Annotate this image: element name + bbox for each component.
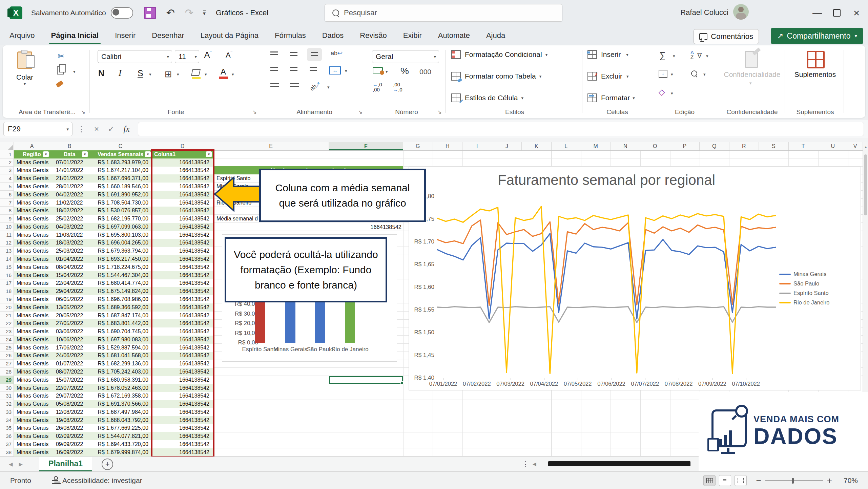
add-sheet-button[interactable]: + (102, 459, 113, 470)
sensitivity-button[interactable]: Confidencialidade (720, 70, 784, 79)
row-header-10[interactable]: 10 (0, 223, 14, 231)
cell[interactable]: 26/08/2022 (50, 424, 89, 432)
cell[interactable]: Minas Gerais (14, 158, 50, 167)
tab-revisão[interactable]: Revisão (353, 28, 393, 43)
row-header-37[interactable]: 37 (0, 440, 14, 448)
minimize-button[interactable]: — (810, 6, 824, 20)
shrink-font-button[interactable]: Aˇ (226, 51, 232, 60)
align-middle-icon[interactable] (290, 52, 297, 56)
cell[interactable]: 05/08/2022 (50, 400, 89, 408)
bar-são-paulo[interactable] (315, 299, 325, 343)
column-header-F[interactable]: F (329, 142, 403, 150)
row-header-34[interactable]: 34 (0, 416, 14, 424)
cell[interactable]: 27/05/2022 (50, 319, 89, 327)
save-icon[interactable] (144, 7, 156, 19)
row-header-17[interactable]: 17 (0, 279, 14, 288)
cell[interactable]: 15/04/2022 (50, 271, 89, 279)
undo-icon[interactable]: ↶ (166, 8, 175, 18)
legend-item-espírito-santo[interactable]: Espírito Santo (779, 290, 829, 296)
cell[interactable]: 11/02/2022 (50, 199, 89, 207)
confirm-entry-icon[interactable]: ✓ (108, 124, 115, 134)
view-normal-button[interactable] (703, 475, 716, 486)
cell[interactable]: Minas Gerais (14, 191, 50, 199)
cell[interactable]: Minas Gerais (14, 312, 50, 320)
horizontal-scroll-thumb[interactable] (548, 461, 690, 466)
cell[interactable]: R$ 1.694.433.720,00 (89, 440, 152, 448)
thousands-button[interactable]: 000 (419, 68, 431, 76)
row-header-12[interactable]: 12 (0, 239, 14, 247)
select-all-corner[interactable] (0, 142, 14, 150)
merge-chevron-icon[interactable]: ▾ (345, 68, 347, 73)
column-header-U[interactable]: U (818, 142, 848, 150)
cell[interactable]: Minas Gerais (14, 416, 50, 424)
cell-styles-button[interactable]: Estilos de Célula ▾ (451, 93, 523, 102)
row-header-5[interactable]: 5 (0, 183, 14, 191)
column-header-N[interactable]: N (611, 142, 641, 150)
cell[interactable]: 06/05/2022 (50, 295, 89, 303)
underline-chevron-icon[interactable]: ▾ (149, 72, 151, 77)
cell[interactable]: Minas Gerais (14, 327, 50, 336)
cell[interactable]: R$ 1.677.669.225,00 (89, 424, 152, 432)
cell[interactable]: 14/01/2022 (50, 167, 89, 175)
name-box[interactable]: F29 ▾ (3, 122, 73, 136)
cell[interactable]: 08/04/2022 (50, 263, 89, 271)
cell[interactable]: 24/06/2022 (50, 352, 89, 360)
fill-color-button[interactable] (192, 69, 201, 79)
cell[interactable]: Minas Gerais (14, 384, 50, 392)
cell[interactable]: R$ 1.674.217.104,00 (89, 167, 152, 175)
formula-input[interactable] (138, 122, 864, 136)
cell[interactable]: Minas Gerais (14, 360, 50, 368)
align-top-icon[interactable] (270, 51, 278, 56)
filter-icon[interactable]: ▾ (82, 151, 88, 157)
addins-icon[interactable] (807, 51, 825, 68)
cell[interactable]: 20/05/2022 (50, 312, 89, 320)
cell[interactable]: Minas Gerais (14, 231, 50, 239)
cell[interactable]: R$ 1.529.887.594,00 (89, 344, 152, 352)
row-header-33[interactable]: 33 (0, 408, 14, 416)
cell[interactable]: R$ 1.680.414.774,00 (89, 279, 152, 288)
cell[interactable]: R$ 1.695.800.103,00 (89, 231, 152, 239)
cell[interactable]: Minas Gerais (14, 174, 50, 183)
cell[interactable]: R$ 1.689.366.592,00 (89, 303, 152, 312)
cell[interactable]: R$ 1.687.847.174,00 (89, 312, 152, 320)
column-header-E[interactable]: E (213, 142, 329, 150)
cell[interactable]: R$ 1.675.149.824,00 (89, 287, 152, 295)
zoom-level[interactable]: 70% (844, 476, 858, 485)
cell[interactable]: Minas Gerais (14, 303, 50, 312)
fill-down-icon[interactable]: ↓ (659, 70, 667, 78)
addins-button[interactable]: Suplementos (788, 70, 842, 79)
row-header-16[interactable]: 16 (0, 271, 14, 279)
cell[interactable]: 29/04/2022 (50, 287, 89, 295)
clear-icon[interactable]: ◇ (659, 88, 665, 96)
cell[interactable]: R$ 1.660.189.546,00 (89, 183, 152, 191)
cell[interactable]: 15/07/2022 (50, 376, 89, 384)
cell[interactable]: Minas Gerais (14, 440, 50, 448)
cell[interactable]: Minas Gerais (14, 392, 50, 400)
cell[interactable]: Minas Gerais (14, 408, 50, 416)
row-header-13[interactable]: 13 (0, 247, 14, 255)
cell[interactable]: R$ 1.679.999.874,00 (89, 448, 152, 456)
view-page-break-button[interactable] (735, 475, 747, 486)
row-header-2[interactable]: 2 (0, 158, 14, 167)
cell[interactable]: 09/09/2022 (50, 440, 89, 448)
column-header-C[interactable]: C (89, 142, 152, 150)
cell[interactable]: R$ 1.678.052.463,00 (89, 384, 152, 392)
view-page-layout-button[interactable] (719, 475, 731, 486)
percent-button[interactable]: % (400, 66, 409, 77)
bar-minas-gerais[interactable] (285, 299, 295, 343)
cell[interactable]: 28/01/2022 (50, 183, 89, 191)
column-header-K[interactable]: K (522, 142, 552, 150)
row-header-14[interactable]: 14 (0, 255, 14, 263)
currency-icon[interactable] (373, 67, 383, 73)
align-bottom-selected[interactable] (307, 48, 322, 61)
cell[interactable]: Minas Gerais (14, 287, 50, 295)
cell[interactable]: 22/04/2022 (50, 279, 89, 288)
column-header-A[interactable]: A (14, 142, 50, 150)
cell[interactable]: Minas Gerais (14, 400, 50, 408)
cell[interactable]: Minas Gerais (14, 295, 50, 303)
cell[interactable]: 01/04/2022 (50, 255, 89, 263)
copy-button[interactable] (57, 66, 64, 75)
row-header-36[interactable]: 36 (0, 432, 14, 440)
row-header-38[interactable]: 38 (0, 448, 14, 456)
filter-icon[interactable]: ▾ (145, 151, 151, 157)
